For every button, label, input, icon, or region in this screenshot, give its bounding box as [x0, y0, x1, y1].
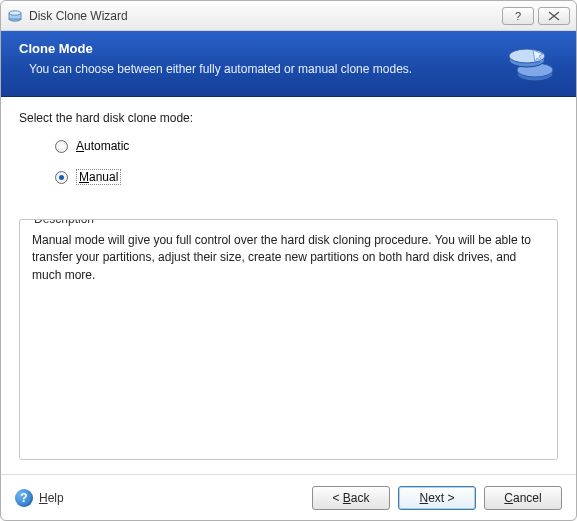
back-button[interactable]: < Back: [312, 486, 390, 510]
description-text: Manual mode will give you full control o…: [32, 232, 545, 284]
footer: ? Help < Back Next > Cancel: [1, 474, 576, 520]
cancel-button[interactable]: Cancel: [484, 486, 562, 510]
wizard-window: Disk Clone Wizard ? Clone Mode You can c…: [0, 0, 577, 521]
description-legend: Description: [30, 219, 98, 226]
help-label: Help: [39, 491, 64, 505]
option-manual-label: Manual: [76, 169, 121, 185]
svg-point-2: [9, 10, 21, 14]
option-automatic[interactable]: Automatic: [55, 139, 558, 153]
clone-mode-options: Automatic Manual: [55, 139, 558, 201]
body: Select the hard disk clone mode: Automat…: [1, 97, 576, 474]
titlebar-close-button[interactable]: [538, 7, 570, 25]
description-group: Description Manual mode will give you fu…: [19, 219, 558, 460]
app-icon: [7, 8, 23, 24]
option-manual[interactable]: Manual: [55, 169, 558, 185]
next-button[interactable]: Next >: [398, 486, 476, 510]
banner-subtitle: You can choose between either fully auto…: [29, 62, 502, 76]
help-link[interactable]: ? Help: [15, 489, 64, 507]
help-icon: ?: [15, 489, 33, 507]
titlebar-help-button[interactable]: ?: [502, 7, 534, 25]
disk-clone-icon: [502, 41, 560, 88]
option-automatic-label: Automatic: [76, 139, 129, 153]
banner-text: Clone Mode You can choose between either…: [19, 41, 502, 88]
titlebar: Disk Clone Wizard ?: [1, 1, 576, 31]
radio-automatic[interactable]: [55, 140, 68, 153]
banner-title: Clone Mode: [19, 41, 502, 56]
window-title: Disk Clone Wizard: [29, 9, 498, 23]
banner: Clone Mode You can choose between either…: [1, 31, 576, 97]
radio-manual[interactable]: [55, 171, 68, 184]
prompt-text: Select the hard disk clone mode:: [19, 111, 558, 125]
